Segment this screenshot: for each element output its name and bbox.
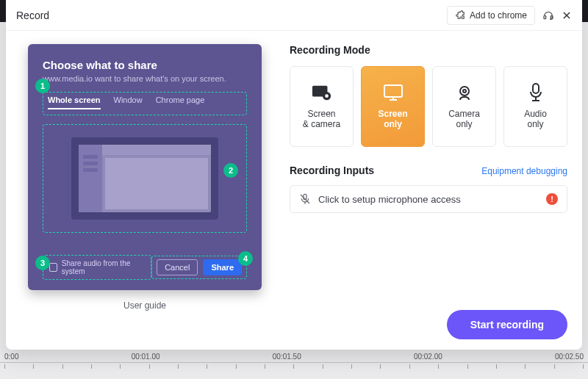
- svg-rect-1: [551, 15, 553, 18]
- step-badge-1: 1: [35, 79, 50, 93]
- tick-label: 00:01.00: [132, 353, 160, 361]
- start-row: Start recording: [290, 292, 567, 339]
- record-modal: Record Add to chrome Choose what to shar…: [6, 0, 582, 350]
- checkbox-icon: [49, 263, 57, 272]
- recording-mode-grid: Screen & camera Screen only Camera only: [290, 66, 567, 147]
- svg-point-4: [325, 94, 329, 98]
- headset-icon[interactable]: [542, 10, 554, 21]
- share-tabs: Whole screen Window Chrome page: [43, 92, 247, 115]
- mode-label: Audio only: [524, 109, 547, 129]
- timeline-labels: 0:00 00:01.00 00:01.50 00:02.00 00:02.50: [0, 350, 588, 361]
- right-column: Recording Mode Screen & camera Screen on…: [290, 44, 567, 339]
- svg-point-9: [463, 90, 466, 93]
- tick-label: 00:02.50: [555, 353, 584, 361]
- user-guide-link[interactable]: User guide: [123, 300, 166, 311]
- warning-icon: !: [546, 193, 558, 205]
- svg-rect-10: [533, 84, 539, 93]
- step-badge-4: 4: [238, 251, 253, 266]
- share-button[interactable]: Share: [203, 259, 242, 275]
- timeline: 0:00 00:01.00 00:01.50 00:02.00 00:02.50: [0, 350, 588, 379]
- recording-mode-heading: Recording Mode: [290, 44, 567, 56]
- tick-label: 00:02.00: [414, 353, 442, 361]
- mode-camera-only[interactable]: Camera only: [432, 66, 496, 147]
- modal-title: Record: [16, 10, 447, 21]
- svg-rect-5: [384, 85, 402, 97]
- tick-label: 00:01.50: [273, 353, 301, 361]
- screen-thumbnail: [71, 137, 218, 220]
- share-audio-label: Share audio from the system: [62, 259, 145, 275]
- puzzle-icon: [455, 10, 465, 21]
- cancel-button[interactable]: Cancel: [157, 259, 198, 275]
- tab-window[interactable]: Window: [114, 95, 143, 108]
- add-to-chrome-label: Add to chrome: [470, 10, 527, 21]
- setup-microphone-row[interactable]: Click to setup microphone access !: [290, 185, 567, 213]
- tick-label: 0:00: [4, 353, 18, 361]
- share-bottom-row: Share audio from the system Cancel Share: [43, 255, 247, 280]
- mode-label: Camera only: [448, 109, 480, 129]
- equipment-debugging-link[interactable]: Equipment debugging: [481, 166, 567, 176]
- share-subtitle: www.media.io want to share what's on you…: [43, 74, 247, 83]
- tab-chrome-page[interactable]: Chrome page: [156, 95, 205, 108]
- mode-label: Screen & camera: [303, 109, 340, 129]
- screen-camera-icon: [312, 84, 332, 101]
- left-column: Choose what to share www.media.io want t…: [21, 44, 269, 339]
- muted-mic-icon: [299, 193, 311, 205]
- add-to-chrome-button[interactable]: Add to chrome: [447, 6, 535, 25]
- share-audio-checkbox[interactable]: Share audio from the system: [43, 255, 151, 280]
- mode-screen-only[interactable]: Screen only: [361, 66, 425, 147]
- svg-rect-0: [544, 15, 546, 18]
- svg-point-8: [460, 87, 469, 95]
- mode-audio-only[interactable]: Audio only: [503, 66, 567, 147]
- modal-header: Record Add to chrome: [6, 0, 582, 31]
- tab-whole-screen[interactable]: Whole screen: [48, 95, 101, 109]
- close-icon[interactable]: [562, 10, 572, 21]
- share-title: Choose what to share: [43, 59, 247, 71]
- screen-icon: [383, 84, 404, 101]
- microphone-icon: [526, 84, 546, 101]
- recording-inputs-header: Recording Inputs Equipment debugging: [290, 165, 567, 176]
- recording-inputs-heading: Recording Inputs: [290, 165, 374, 176]
- mode-screen-camera[interactable]: Screen & camera: [290, 66, 354, 147]
- share-preview-area[interactable]: [43, 124, 247, 233]
- start-recording-button[interactable]: Start recording: [447, 310, 567, 339]
- step-badge-3: 3: [35, 256, 50, 270]
- modal-body: Choose what to share www.media.io want t…: [6, 31, 582, 350]
- camera-icon: [454, 84, 475, 101]
- share-buttons: Cancel Share: [151, 256, 247, 279]
- setup-mic-label: Click to setup microphone access: [318, 194, 461, 205]
- mode-label: Screen only: [378, 109, 407, 129]
- step-badge-2: 2: [223, 163, 238, 178]
